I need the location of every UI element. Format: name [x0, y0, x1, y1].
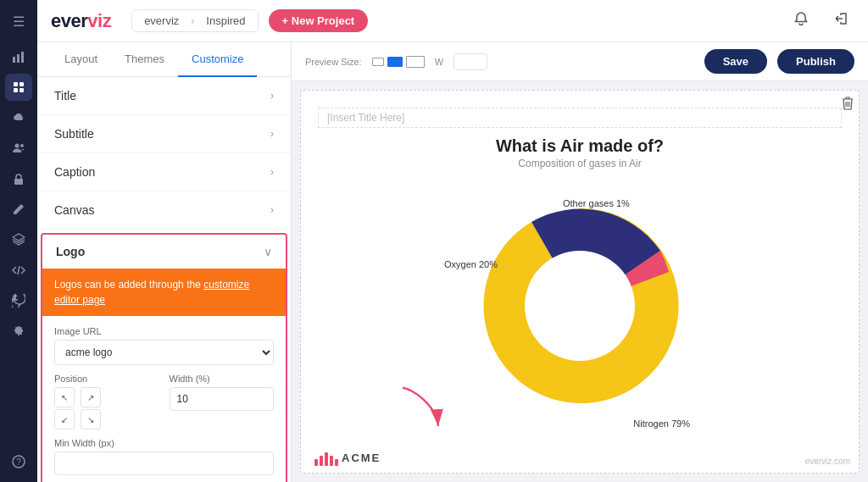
logo-fields: Image URL acme logo Position ↖ ↗: [42, 316, 286, 482]
pos-nw-button[interactable]: ↖: [54, 387, 75, 407]
chart-title-placeholder[interactable]: [Insert Title Here]: [318, 108, 842, 128]
title-section-row[interactable]: Title ›: [37, 77, 291, 115]
subtitle-label: Subtitle: [54, 127, 94, 141]
logo-name: ACME: [342, 452, 381, 464]
min-width-field: Min Width (px): [54, 438, 274, 475]
pos-ne-button[interactable]: ↗: [81, 387, 101, 407]
tab-customize[interactable]: Customize: [178, 42, 257, 77]
title-arrow-icon: ›: [270, 90, 274, 102]
canvas-section-row[interactable]: Canvas ›: [37, 191, 291, 230]
logo-header[interactable]: Logo ∨: [42, 235, 286, 269]
pos-sw-button[interactable]: ↙: [54, 409, 75, 429]
delete-icon[interactable]: [842, 96, 854, 114]
svg-rect-0: [13, 57, 15, 63]
viz-area: [Insert Title Here] What is Air made of?…: [292, 81, 868, 482]
breadcrumb-end: Inspired: [194, 10, 257, 31]
svg-point-8: [20, 144, 24, 147]
canvas-arrow-icon: ›: [270, 204, 274, 216]
title-label: Title: [54, 89, 76, 102]
icon-bar: ☰ ?: [0, 0, 37, 482]
position-grid: ↖ ↗ ↙ ↘: [54, 387, 105, 429]
canvas-label: Canvas: [54, 203, 94, 217]
svg-point-12: [525, 251, 635, 361]
image-url-select[interactable]: acme logo: [54, 340, 274, 365]
publish-button[interactable]: Publish: [777, 49, 854, 74]
subtitle-section-row[interactable]: Subtitle ›: [37, 115, 291, 153]
exit-icon[interactable]: [826, 8, 854, 34]
preview-sizes: [372, 56, 425, 68]
preview-medium-button[interactable]: [387, 57, 403, 67]
svg-rect-1: [17, 54, 19, 63]
donut-chart: Other gases 1% Oxygen 20% Nitrogen 79%: [436, 183, 724, 437]
content-area: Layout Themes Customize Title › Subtitle…: [37, 42, 868, 482]
svg-rect-5: [14, 88, 18, 92]
logo-section: Logo ∨ Logos can be added through the cu…: [41, 233, 287, 482]
bell-icon[interactable]: [787, 8, 815, 34]
preview-large-button[interactable]: [406, 56, 425, 68]
tabs: Layout Themes Customize: [37, 42, 291, 77]
nav-icon-gear[interactable]: [5, 318, 32, 345]
viz-card: [Insert Title Here] What is Air made of?…: [300, 90, 860, 474]
caption-label: Caption: [54, 165, 95, 179]
nav-icon-active[interactable]: [5, 74, 32, 101]
nav-icon-chart[interactable]: [5, 43, 32, 70]
svg-rect-3: [14, 82, 18, 86]
logo-body: Logos can be added through the customize…: [42, 269, 286, 482]
svg-rect-9: [14, 179, 23, 185]
nav-icon-users[interactable]: [5, 135, 32, 162]
breadcrumb: everviz › Inspired: [131, 9, 258, 32]
oxygen-label: Oxygen 20%: [444, 259, 498, 269]
svg-rect-6: [19, 88, 24, 92]
svg-rect-4: [19, 82, 24, 86]
position-width-row: Position ↖ ↗ ↙ ↘ Width (%): [54, 374, 274, 429]
image-url-field: Image URL acme logo: [54, 326, 274, 365]
logo-bottom: ACME: [314, 449, 381, 466]
caption-section-row[interactable]: Caption ›: [37, 153, 291, 191]
tab-themes[interactable]: Themes: [111, 42, 178, 77]
header: everviz everviz › Inspired + New Project: [37, 0, 868, 42]
save-button[interactable]: Save: [704, 49, 767, 74]
min-width-input[interactable]: [54, 452, 274, 475]
svg-point-7: [15, 144, 19, 148]
main-area: everviz everviz › Inspired + New Project…: [37, 0, 868, 482]
width-label: Width (%): [170, 374, 275, 384]
position-field: Position ↖ ↗ ↙ ↘: [54, 374, 159, 429]
min-width-label: Min Width (px): [54, 438, 274, 448]
nav-icon-lock[interactable]: [5, 165, 32, 192]
nav-icon-layers[interactable]: [5, 226, 32, 253]
watermark: everviz.com: [805, 457, 850, 466]
nav-icon-edit[interactable]: [5, 196, 32, 223]
left-panel: Layout Themes Customize Title › Subtitle…: [37, 42, 292, 482]
canvas-area: Preview Size: W Save Publish [Insert Tit…: [292, 42, 868, 482]
svg-rect-2: [21, 52, 24, 63]
logo-title: Logo: [56, 245, 85, 258]
chart-subtitle: Composition of gases in Air: [518, 158, 641, 169]
position-label: Position: [54, 374, 159, 384]
breadcrumb-start: everviz: [132, 10, 191, 31]
logo-bars-icon: [314, 449, 338, 466]
nav-icon-code[interactable]: [5, 257, 32, 284]
other-gases-label: Other gases 1%: [563, 198, 630, 208]
tab-layout[interactable]: Layout: [51, 42, 111, 77]
preview-w-label: W: [435, 57, 443, 67]
preview-width-input[interactable]: [453, 53, 487, 70]
nav-icon-undo[interactable]: [5, 287, 32, 314]
logo-collapse-icon: ∨: [264, 245, 272, 258]
chart-title: What is Air made of?: [496, 136, 664, 156]
preview-label: Preview Size:: [305, 57, 362, 67]
donut-svg: [436, 183, 724, 429]
width-input[interactable]: [170, 387, 275, 411]
logo-notice: Logos can be added through the customize…: [42, 269, 286, 316]
new-project-button[interactable]: + New Project: [269, 9, 369, 32]
preview-small-button[interactable]: [372, 58, 384, 66]
hamburger-icon[interactable]: ☰: [9, 10, 28, 33]
pos-se-button[interactable]: ↘: [81, 409, 101, 429]
nitrogen-label: Nitrogen 79%: [633, 418, 690, 429]
width-field: Width (%): [170, 374, 275, 411]
subtitle-arrow-icon: ›: [270, 128, 274, 140]
nav-icon-help[interactable]: ?: [5, 448, 32, 475]
caption-arrow-icon: ›: [270, 166, 274, 178]
image-url-label: Image URL: [54, 326, 274, 336]
canvas-toolbar: Preview Size: W Save Publish: [292, 42, 868, 81]
nav-icon-cloud[interactable]: [5, 104, 32, 131]
